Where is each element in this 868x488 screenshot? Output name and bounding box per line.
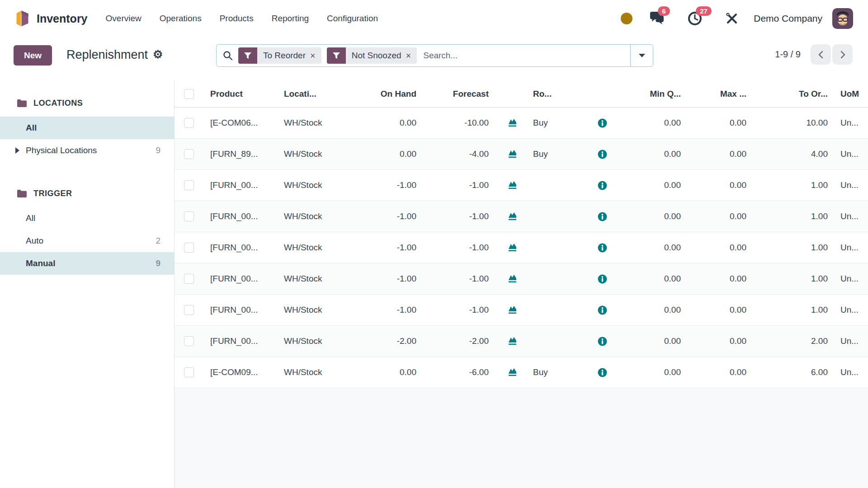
select-all-checkbox[interactable] [184, 89, 194, 99]
forecast-cell: -10.00 [423, 118, 495, 128]
messages-badge: 6 [658, 6, 670, 16]
on-hand-cell: 0.00 [344, 149, 423, 159]
forecast-cell: -1.00 [423, 274, 495, 284]
facet-remove-icon[interactable]: × [310, 51, 316, 61]
debug-tools-button[interactable] [724, 10, 740, 27]
info-icon[interactable] [598, 337, 607, 346]
company-switcher[interactable]: Demo Company [754, 13, 822, 24]
row-checkbox[interactable] [184, 274, 194, 284]
row-checkbox[interactable] [184, 336, 194, 346]
row-checkbox[interactable] [184, 211, 194, 221]
filter-facet-not-snoozed[interactable]: Not Snoozed × [327, 47, 417, 64]
row-checkbox[interactable] [184, 243, 194, 253]
facet-remove-icon[interactable]: × [406, 51, 411, 61]
table-row[interactable]: [FURN_00... WH/Stock -1.00 -1.00 0.00 0.… [175, 201, 868, 232]
filter-funnel-icon [238, 47, 257, 64]
column-header-to-order[interactable]: To Or... [753, 89, 834, 99]
info-icon[interactable] [598, 243, 607, 253]
page-title: Replenishment [66, 48, 148, 62]
location-cell: WH/Stock [280, 243, 344, 253]
search-dropdown-toggle[interactable] [630, 45, 653, 66]
forecast-graph-icon[interactable] [508, 180, 519, 191]
section-title: LOCATIONS [33, 99, 83, 108]
sidebar-item-trigger-all[interactable]: All [0, 207, 174, 230]
app-name[interactable]: Inventory [37, 12, 88, 25]
info-icon[interactable] [598, 212, 607, 221]
info-icon[interactable] [598, 368, 607, 377]
min-qty-cell: 0.00 [628, 367, 687, 377]
nav-item-operations[interactable]: Operations [160, 14, 202, 23]
table-row[interactable]: [FURN_00... WH/Stock -1.00 -1.00 0.00 0.… [175, 295, 868, 326]
route-cell: Buy [522, 118, 576, 128]
view-settings-gear-icon[interactable]: ⚙ [153, 48, 163, 61]
forecast-graph-icon[interactable] [508, 367, 519, 378]
row-checkbox[interactable] [184, 149, 194, 159]
forecast-graph-icon[interactable] [508, 211, 519, 222]
min-qty-cell: 0.00 [628, 211, 687, 221]
pager-previous-button[interactable] [811, 44, 831, 65]
nav-item-reporting[interactable]: Reporting [272, 14, 309, 23]
table-row[interactable]: [FURN_00... WH/Stock -1.00 -1.00 0.00 0.… [175, 232, 868, 263]
forecast-cell: -1.00 [423, 243, 495, 253]
pager-range: 1-9 / 9 [775, 49, 801, 60]
min-qty-cell: 0.00 [628, 336, 687, 346]
column-header-location[interactable]: Locati... [280, 89, 344, 99]
info-icon[interactable] [598, 118, 607, 128]
user-avatar[interactable] [832, 8, 853, 29]
search-bar[interactable]: To Reorder × Not Snoozed × Search... [216, 44, 653, 67]
table-row[interactable]: [FURN_00... WH/Stock -2.00 -2.00 0.00 0.… [175, 326, 868, 357]
info-icon[interactable] [598, 305, 607, 315]
row-checkbox[interactable] [184, 118, 194, 128]
sidebar-item-trigger-manual[interactable]: Manual 9 [0, 252, 174, 275]
table-row[interactable]: [E-COM09... WH/Stock 0.00 -6.00 Buy 0.00… [175, 357, 868, 388]
forecast-graph-icon[interactable] [508, 149, 519, 160]
messages-button[interactable]: 6 [649, 10, 665, 27]
uom-cell: Un... [834, 243, 868, 253]
filter-facet-to-reorder[interactable]: To Reorder × [238, 47, 321, 64]
forecast-cell: -2.00 [423, 336, 495, 346]
sidebar-item-trigger-auto[interactable]: Auto 2 [0, 230, 174, 252]
odoo-inventory-logo[interactable] [13, 9, 31, 28]
forecast-graph-icon[interactable] [508, 117, 519, 128]
column-header-product[interactable]: Product [203, 89, 280, 99]
nav-item-products[interactable]: Products [220, 14, 254, 23]
row-checkbox[interactable] [184, 305, 194, 315]
forecast-graph-icon[interactable] [508, 273, 519, 284]
table-row[interactable]: [FURN_00... WH/Stock -1.00 -1.00 0.00 0.… [175, 263, 868, 295]
nav-item-configuration[interactable]: Configuration [327, 14, 378, 23]
route-cell: Buy [522, 367, 576, 377]
table-row[interactable]: [FURN_89... WH/Stock 0.00 -4.00 Buy 0.00… [175, 139, 868, 170]
row-checkbox[interactable] [184, 180, 194, 190]
sidebar-item-physical-locations[interactable]: Physical Locations 9 [0, 139, 174, 162]
forecast-graph-icon[interactable] [508, 336, 519, 347]
new-button[interactable]: New [14, 45, 52, 66]
column-header-on-hand[interactable]: On Hand [344, 89, 423, 99]
forecast-cell: -1.00 [423, 180, 495, 190]
info-icon[interactable] [598, 274, 607, 284]
sidebar-item-locations-all[interactable]: All [0, 117, 174, 139]
info-icon[interactable] [598, 150, 607, 159]
column-header-min-qty[interactable]: Min Q... [628, 89, 687, 99]
nav-menu: Overview Operations Products Reporting C… [106, 14, 396, 23]
table-row[interactable]: [E-COM06... WH/Stock 0.00 -10.00 Buy 0.0… [175, 108, 868, 139]
sidebar-spacer [0, 162, 174, 187]
column-header-route[interactable]: Ro... [522, 89, 576, 99]
forecast-graph-icon[interactable] [508, 242, 519, 253]
forecast-cell: -1.00 [423, 211, 495, 221]
caret-right-icon[interactable] [15, 147, 19, 154]
column-header-max-qty[interactable]: Max ... [687, 89, 753, 99]
nav-item-overview[interactable]: Overview [106, 14, 142, 23]
forecast-graph-icon[interactable] [508, 305, 519, 315]
table-row[interactable]: [FURN_00... WH/Stock -1.00 -1.00 0.00 0.… [175, 170, 868, 201]
pager-next-button[interactable] [832, 44, 853, 65]
avatar-image [832, 8, 853, 29]
to-order-cell: 6.00 [753, 367, 834, 377]
column-header-uom[interactable]: UoM [834, 89, 868, 99]
activities-button[interactable]: 27 [687, 10, 703, 27]
facet-label: Not Snoozed [352, 51, 401, 61]
row-checkbox[interactable] [184, 367, 194, 377]
info-icon[interactable] [598, 181, 607, 190]
status-dot-icon[interactable] [621, 13, 632, 24]
search-input[interactable]: Search... [423, 51, 458, 61]
column-header-forecast[interactable]: Forecast [423, 89, 495, 99]
